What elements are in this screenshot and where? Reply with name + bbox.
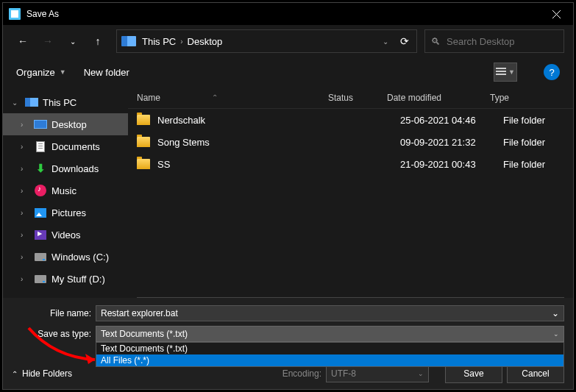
file-row[interactable]: Song Stems09-09-2021 21:32File folder [128, 131, 573, 153]
chevron-icon: ⌄ [12, 99, 21, 107]
footer: File name: Restart explorer.bat ⌄ Save a… [3, 298, 573, 389]
sidebar-item-music[interactable]: ›Music [3, 179, 128, 202]
row-date: 09-09-2021 21:32 [400, 137, 503, 148]
chevron-icon: › [21, 209, 29, 217]
window-title: Save As [26, 9, 539, 19]
sidebar-item-label: Pictures [51, 207, 86, 218]
address-bar[interactable]: This PC › Desktop ⌄ ⟳ [116, 29, 417, 53]
chevron-icon: › [21, 143, 29, 151]
sidebar-item-label: Music [51, 185, 77, 196]
sidebar-item-videos[interactable]: ›Videos [3, 224, 128, 246]
search-icon: 🔍︎ [431, 36, 441, 47]
filename-input[interactable]: Restart explorer.bat ⌄ [96, 305, 564, 321]
column-name[interactable]: Name ⌃ [137, 93, 328, 103]
folder-icon [137, 137, 150, 147]
save-as-dialog: Save As ← → ⌄ ↑ This PC › Desktop ⌄ ⟳ 🔍︎… [2, 2, 574, 390]
refresh-button[interactable]: ⟳ [400, 35, 409, 47]
sidebar-item-label: Windows (C:) [51, 252, 109, 263]
row-date: 21-09-2021 00:43 [400, 159, 503, 170]
recent-dropdown[interactable]: ⌄ [62, 30, 84, 52]
encoding-label: Encoding: [282, 368, 321, 379]
chevron-icon: › [21, 165, 29, 173]
chevron-right-icon: › [180, 38, 182, 46]
sidebar-item-label: Videos [51, 229, 81, 240]
sidebar-item-downloads[interactable]: ›⬇Downloads [3, 157, 128, 179]
savetype-option[interactable]: Text Documents (*.txt) [96, 343, 563, 354]
sidebar-item-label: Downloads [51, 163, 99, 174]
breadcrumb-root[interactable]: This PC [142, 36, 176, 47]
sidebar-item-label: My Stuff (D:) [51, 274, 105, 285]
sidebar-item-windows-c-[interactable]: ›Windows (C:) [3, 246, 128, 268]
file-rows: Nerdschalk25-06-2021 04:46File folderSon… [128, 109, 573, 298]
titlebar: Save As [3, 3, 573, 25]
sidebar-item-label: Documents [51, 141, 100, 152]
breadcrumb: This PC › Desktop [142, 36, 222, 47]
chevron-down-icon: ▼ [508, 68, 515, 76]
column-date[interactable]: Date modified [387, 93, 490, 103]
breadcrumb-current[interactable]: Desktop [188, 36, 223, 47]
hide-folders-button[interactable]: ⌃ Hide Folders [12, 368, 72, 379]
chevron-down-icon: ⌄ [418, 370, 424, 377]
row-type: File folder [503, 115, 573, 126]
sidebar-item-this-pc[interactable]: ⌄This PC [3, 91, 128, 113]
sidebar-item-label: This PC [43, 97, 77, 108]
pic-icon [34, 207, 47, 218]
column-headers: Name ⌃ Status Date modified Type [128, 87, 573, 109]
folder-icon [137, 159, 150, 169]
toolbar: Organize ▼ New folder ▼ ? [3, 57, 573, 87]
body: ⌄This PC›Desktop›Documents›⬇Downloads›Mu… [3, 87, 573, 298]
column-type[interactable]: Type [490, 93, 573, 103]
sidebar-item-pictures[interactable]: ›Pictures [3, 202, 128, 224]
savetype-select[interactable]: Text Documents (*.txt) ⌄ [96, 326, 564, 342]
file-row[interactable]: Nerdschalk25-06-2021 04:46File folder [128, 109, 573, 131]
chevron-down-icon: ▼ [60, 68, 66, 76]
chevron-down-icon: ⌄ [553, 330, 559, 338]
help-button[interactable]: ? [544, 64, 560, 80]
chevron-icon: › [21, 275, 29, 283]
organize-button[interactable]: Organize ▼ [16, 67, 66, 78]
row-name: Nerdschalk [157, 115, 341, 126]
sidebar-item-desktop[interactable]: ›Desktop [3, 113, 128, 135]
encoding-select[interactable]: UTF-8 ⌄ [326, 365, 429, 382]
search-input[interactable] [447, 36, 558, 47]
chevron-down-icon[interactable]: ⌄ [552, 308, 559, 318]
view-button[interactable]: ▼ [494, 63, 517, 82]
pc-icon [121, 36, 136, 46]
chevron-icon: › [21, 231, 29, 239]
savetype-label: Save as type: [12, 329, 91, 339]
chevron-up-icon: ⌃ [12, 370, 18, 378]
search-box[interactable]: 🔍︎ [424, 29, 564, 53]
sidebar-item-label: Desktop [51, 119, 87, 130]
doc-icon [34, 140, 47, 152]
vid-icon [34, 229, 47, 240]
sidebar-item-my-stuff-d-[interactable]: ›My Stuff (D:) [3, 268, 128, 290]
row-date: 25-06-2021 04:46 [400, 115, 503, 126]
file-list: Name ⌃ Status Date modified Type Nerdsch… [128, 87, 573, 298]
savetype-option[interactable]: All Files (*.*) [96, 354, 563, 366]
file-row[interactable]: SS21-09-2021 00:43File folder [128, 153, 573, 175]
row-type: File folder [503, 137, 573, 148]
music-icon [34, 185, 47, 196]
folder-icon [137, 115, 150, 125]
sidebar-item-documents[interactable]: ›Documents [3, 135, 128, 157]
chevron-icon: › [21, 187, 29, 195]
app-icon [9, 8, 21, 20]
close-button[interactable] [539, 3, 573, 25]
column-status[interactable]: Status [328, 93, 387, 103]
address-dropdown[interactable]: ⌄ [383, 38, 388, 46]
desktop-icon [34, 118, 47, 130]
back-button[interactable]: ← [12, 30, 34, 52]
sort-indicator-icon: ⌃ [212, 93, 218, 101]
row-type: File folder [503, 159, 573, 170]
pc-icon [25, 96, 38, 108]
drive-icon [34, 251, 47, 263]
savetype-dropdown: Text Documents (*.txt)All Files (*.*) [96, 342, 564, 367]
dl-icon: ⬇ [34, 163, 47, 174]
navbar: ← → ⌄ ↑ This PC › Desktop ⌄ ⟳ 🔍︎ [3, 25, 573, 57]
filename-label: File name: [12, 308, 91, 318]
forward-button[interactable]: → [37, 30, 59, 52]
row-name: Song Stems [157, 137, 341, 148]
chevron-icon: › [21, 121, 29, 129]
new-folder-button[interactable]: New folder [84, 67, 129, 78]
up-button[interactable]: ↑ [87, 30, 109, 52]
